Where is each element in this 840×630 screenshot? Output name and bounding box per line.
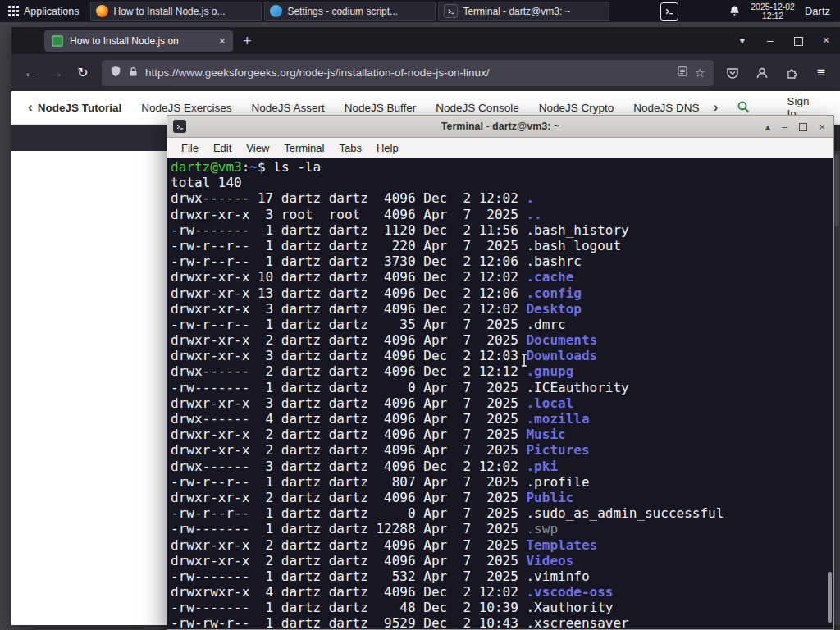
browser-toolbar: ← → ↻ https://www.geeksforgeeks.org/node… — [11, 54, 840, 91]
applications-label: Applications — [24, 6, 79, 17]
url-text[interactable]: https://www.geeksforgeeks.org/node-js/in… — [145, 66, 670, 79]
terminal-output: dartz@vm3:~$ ls -latotal 140drwx------ 1… — [171, 159, 833, 629]
terminal-line: drwx------ 2 dartz dartz 4096 Dec 2 12:1… — [171, 363, 833, 379]
nav-scroll-left-icon[interactable]: ‹ — [23, 99, 38, 116]
gfg-nav-item[interactable]: NodeJS Tutorial — [38, 102, 122, 114]
desktop: How to Install Node.js on × + ▾ – × ← → … — [0, 0, 840, 630]
file-meta: -rw------- 1 dartz dartz 12288 Apr 7 202… — [171, 521, 526, 536]
notification-bell-icon[interactable] — [728, 5, 741, 17]
gfg-nav-item[interactable]: NodeJS Buffer — [345, 102, 417, 114]
applications-menu-button[interactable]: Applications — [0, 0, 87, 22]
terminal-line: drwx------ 3 dartz dartz 4096 Dec 2 12:0… — [171, 459, 833, 474]
file-meta: -rw-r--r-- 1 dartz dartz 807 Apr 7 2025 — [171, 474, 526, 490]
maximize-button[interactable] — [784, 27, 812, 54]
terminal-line: -rw-r--r-- 1 dartz dartz 0 Apr 7 2025 .s… — [171, 505, 833, 521]
taskbar-button-title: How to Install Node.js o... — [113, 6, 225, 17]
system-tray — [660, 0, 678, 22]
terminal-line: -rw------- 1 dartz dartz 12288 Apr 7 202… — [171, 521, 833, 536]
tracking-shield-icon[interactable] — [110, 66, 121, 80]
file-meta: drwxr-xr-x 2 dartz dartz 4096 Apr 7 2025 — [171, 537, 526, 553]
browser-tab[interactable]: How to Install Node.js on × — [44, 30, 233, 52]
file-name: .mozilla — [526, 411, 589, 427]
terminal-maximize-button[interactable] — [799, 121, 807, 133]
file-meta: drwxr-xr-x 3 dartz dartz 4096 Apr 7 2025 — [171, 395, 526, 411]
back-button[interactable]: ← — [18, 61, 43, 85]
file-meta: -rw-r--r-- 1 dartz dartz 35 Apr 7 2025 — [171, 317, 526, 332]
file-name: Public — [526, 490, 573, 505]
gfg-nav-item[interactable]: NodeJS Assert — [251, 102, 324, 114]
file-name: .viminfo — [526, 568, 589, 584]
pocket-icon[interactable] — [720, 61, 745, 85]
nav-scroll-right-icon[interactable]: › — [709, 99, 724, 116]
file-name: .pki — [526, 459, 558, 474]
terminal-menu-item[interactable]: Tabs — [331, 142, 368, 154]
terminal-line: drwxr-xr-x 2 dartz dartz 4096 Apr 7 2025… — [171, 490, 833, 505]
file-name: Documents — [526, 332, 597, 348]
minimize-button[interactable]: – — [756, 27, 784, 54]
page-scrollbar-thumb[interactable] — [834, 154, 839, 226]
menu-icon[interactable]: ≡ — [809, 61, 833, 85]
terminal-total-line: total 140 — [171, 175, 833, 190]
extensions-icon[interactable] — [779, 61, 804, 85]
forward-button[interactable]: → — [44, 61, 69, 85]
file-name: .. — [526, 207, 541, 222]
reader-mode-icon[interactable] — [677, 66, 688, 80]
terminal-icon — [444, 4, 458, 18]
terminal-menu-item[interactable]: Help — [369, 142, 406, 154]
gfg-nav-item[interactable]: NodeJS Console — [436, 102, 518, 114]
taskbar: How to Install Node.js o...Settings - co… — [90, 0, 609, 22]
new-tab-button[interactable]: + — [243, 34, 252, 48]
browser-tab-bar: How to Install Node.js on × + ▾ – × — [11, 27, 840, 54]
file-name: Pictures — [526, 442, 589, 458]
terminal-menu-item[interactable]: File — [174, 142, 206, 154]
url-bar[interactable]: https://www.geeksforgeeks.org/node-js/in… — [102, 60, 714, 86]
close-button[interactable]: × — [812, 27, 840, 54]
maximize-icon — [794, 37, 803, 46]
page-scrollbar[interactable] — [833, 151, 840, 625]
terminal-titlebar[interactable]: Terminal - dartz@vm3: ~ ▴ – × — [167, 116, 833, 138]
terminal-line: drwxr-xr-x 3 dartz dartz 4096 Dec 2 12:0… — [171, 348, 833, 363]
shade-button[interactable]: ▴ — [765, 121, 771, 133]
terminal-line: -rw------- 1 dartz dartz 1120 Dec 2 11:5… — [171, 222, 833, 238]
tray-terminal-icon[interactable] — [660, 2, 678, 21]
file-meta: drwx------ 2 dartz dartz 4096 Dec 2 12:1… — [171, 363, 526, 379]
prompt-segment: ~ — [249, 159, 258, 175]
taskbar-button[interactable]: Settings - codium script... — [264, 2, 436, 21]
gfg-search-icon[interactable] — [736, 99, 751, 116]
file-meta: -rw-r--r-- 1 dartz dartz 220 Apr 7 2025 — [171, 238, 526, 253]
tab-close-icon[interactable]: × — [219, 35, 226, 47]
file-meta: -rw------- 1 dartz dartz 1120 Dec 2 11:5… — [171, 222, 526, 238]
terminal-line: drwxr-xr-x 2 dartz dartz 4096 Apr 7 2025… — [171, 427, 833, 442]
gfg-nav-item[interactable]: NodeJS Crypto — [539, 102, 614, 114]
clock[interactable]: 2025-12-02 12:12 — [751, 2, 795, 21]
terminal-body[interactable]: dartz@vm3:~$ ls -latotal 140drwx------ 1… — [167, 158, 833, 629]
terminal-minimize-button[interactable]: – — [782, 121, 788, 133]
gfg-nav-item[interactable]: NodeJS Exercises — [141, 102, 231, 114]
list-all-tabs-icon[interactable]: ▾ — [728, 34, 756, 47]
terminal-close-button[interactable]: × — [819, 121, 825, 133]
file-name: .bashrc — [526, 253, 581, 269]
terminal-window-controls: ▴ – × — [765, 121, 833, 133]
terminal-menu-item[interactable]: Terminal — [276, 142, 331, 154]
file-name: .xscreensaver — [526, 615, 628, 629]
terminal-scrollbar-thumb[interactable] — [828, 572, 832, 623]
file-meta: -rw------- 1 dartz dartz 48 Dec 2 10:39 — [171, 600, 526, 615]
gfg-nav-item[interactable]: NodeJS DNS — [633, 102, 699, 114]
taskbar-button[interactable]: Terminal - dartz@vm3: ~ — [438, 2, 609, 21]
lock-icon[interactable] — [128, 66, 139, 80]
bookmark-star-icon[interactable]: ☆ — [695, 66, 705, 80]
terminal-menu-item[interactable]: Edit — [206, 142, 239, 154]
taskbar-button-title: Settings - codium script... — [287, 6, 398, 17]
file-name: Downloads — [526, 348, 597, 363]
user-menu[interactable]: Dartz — [805, 5, 830, 17]
account-icon[interactable] — [750, 61, 774, 85]
file-name: .dmrc — [526, 317, 565, 332]
reload-button[interactable]: ↻ — [71, 61, 95, 85]
file-name: Music — [526, 427, 565, 442]
mouse-text-cursor — [519, 353, 529, 371]
terminal-line: -rw-r--r-- 1 dartz dartz 807 Apr 7 2025 … — [171, 474, 833, 490]
file-name: .bash_history — [526, 222, 628, 238]
terminal-menu-item[interactable]: View — [239, 142, 276, 154]
file-name: Templates — [526, 537, 597, 553]
taskbar-button[interactable]: How to Install Node.js o... — [90, 2, 262, 21]
